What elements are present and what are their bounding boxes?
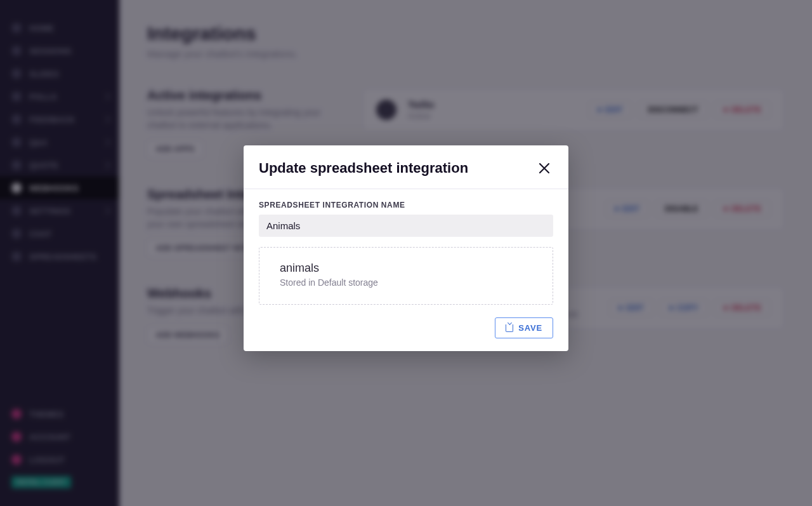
modal-title: Update spreadsheet integration: [259, 160, 535, 176]
close-button[interactable]: [535, 159, 553, 177]
integration-name-label: SPREADSHEET INTEGRATION NAME: [259, 201, 553, 210]
modal-footer: SAVE: [244, 317, 568, 351]
save-label: SAVE: [518, 323, 542, 333]
integration-name-input[interactable]: [259, 215, 553, 237]
file-name: animals: [280, 262, 532, 275]
modal-header: Update spreadsheet integration: [244, 145, 568, 189]
close-icon: [539, 163, 550, 174]
save-button[interactable]: SAVE: [495, 317, 553, 338]
modal-body: SPREADSHEET INTEGRATION NAME animals Sto…: [244, 189, 568, 317]
update-spreadsheet-modal: Update spreadsheet integration SPREADSHE…: [244, 145, 568, 351]
file-storage: Stored in Default storage: [280, 277, 532, 288]
save-icon: [506, 324, 513, 332]
spreadsheet-file-box[interactable]: animals Stored in Default storage: [259, 247, 553, 305]
